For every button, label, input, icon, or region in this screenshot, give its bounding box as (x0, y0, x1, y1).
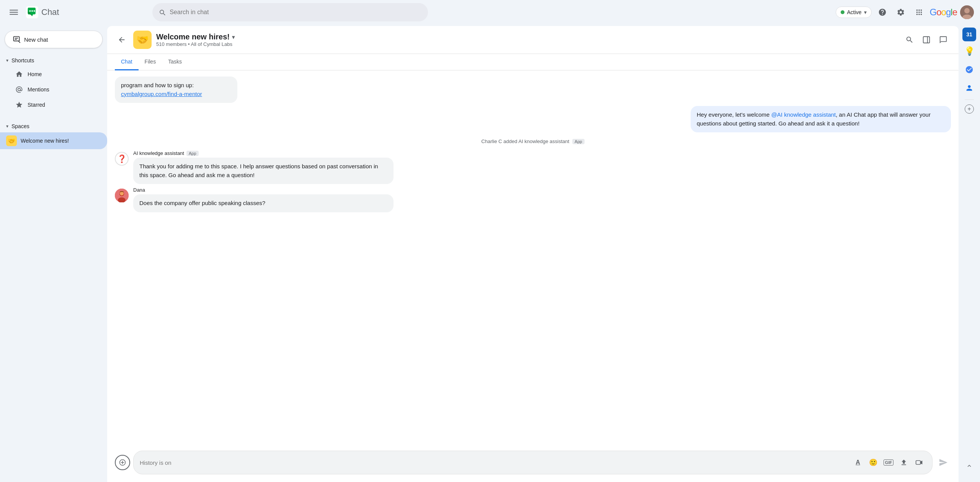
spaces-chevron-icon: ▾ (6, 124, 8, 129)
active-status[interactable]: Active ▾ (836, 7, 871, 18)
dana-message-content: Dana Does the company offer public speak… (133, 187, 951, 212)
title-chevron-icon: ▾ (232, 34, 235, 40)
tab-chat[interactable]: Chat (115, 54, 139, 70)
svg-rect-13 (923, 37, 930, 43)
people-panel-icon[interactable] (961, 80, 978, 96)
calendar-panel-icon[interactable]: 31 (962, 28, 976, 41)
right-panel-divider (965, 99, 974, 100)
gif-button[interactable]: GIF (882, 456, 895, 469)
ai-avatar: ❓ (115, 152, 129, 166)
input-actions: A 🙂 GIF (851, 456, 926, 469)
sidebar-item-home[interactable]: Home (0, 67, 107, 82)
messages-area[interactable]: program and how to sign up: cymbalgroup.… (107, 70, 959, 446)
toggle-panel-button[interactable] (919, 32, 934, 47)
chat-header-meta: 510 members • All of Cymbal Labs (156, 41, 897, 47)
ai-message-bubble: Thank you for adding me to this space. I… (133, 158, 394, 184)
svg-rect-1 (10, 12, 18, 13)
tab-tasks[interactable]: Tasks (162, 54, 188, 70)
shortcuts-header[interactable]: ▾ Shortcuts (0, 54, 107, 67)
send-icon (939, 458, 948, 467)
space-emoji: 🤝 (6, 135, 17, 146)
svg-rect-0 (10, 10, 18, 11)
format-text-button[interactable]: A (851, 456, 865, 469)
apps-button[interactable] (911, 5, 927, 20)
upload-button[interactable] (897, 456, 911, 469)
chat-tabs: Chat Files Tasks (107, 54, 959, 70)
format-icon: A (856, 459, 860, 466)
back-button[interactable] (115, 33, 129, 47)
app-title: Chat (41, 7, 59, 17)
svg-point-8 (964, 8, 970, 13)
video-icon (915, 459, 923, 466)
new-chat-button[interactable]: New chat (5, 31, 103, 48)
chat-input-box[interactable]: A 🙂 GIF (133, 451, 933, 474)
search-input[interactable] (170, 9, 422, 16)
search-chat-button[interactable] (902, 32, 917, 47)
svg-rect-24 (916, 461, 921, 464)
system-message: Charlie C added AI knowledge assistant A… (115, 138, 951, 144)
topbar-right: Active ▾ Google (836, 5, 974, 20)
emoji-button[interactable]: 🙂 (866, 456, 880, 469)
starred-label: Starred (28, 102, 45, 108)
partial-message: program and how to sign up: cymbalgroup.… (115, 77, 237, 103)
sidebar-item-starred[interactable]: Starred (0, 97, 107, 112)
home-label: Home (28, 71, 42, 77)
keep-panel-icon[interactable]: 💡 (961, 43, 978, 60)
dana-message-row: Dana Does the company offer public speak… (115, 187, 951, 212)
tasks-panel-icon[interactable] (961, 61, 978, 78)
chat-header-title[interactable]: Welcome new hires! ▾ (156, 33, 897, 41)
dana-avatar (115, 189, 129, 202)
ai-app-badge: App (186, 151, 199, 156)
shortcuts-label: Shortcuts (11, 57, 34, 64)
upload-icon (900, 459, 908, 466)
spaces-section: ▾ Spaces 🤝 Welcome new hires! (0, 119, 107, 149)
spaces-label: Spaces (11, 123, 29, 129)
mentor-link[interactable]: cymbalgroup.com/find-a-mentor (121, 91, 202, 97)
help-button[interactable] (875, 5, 890, 20)
mentions-icon (15, 86, 23, 93)
chat-area: 🤝 Welcome new hires! ▾ 510 members • All… (107, 26, 959, 482)
main-layout: New chat ▾ Shortcuts Home Mentions Starr… (0, 24, 980, 482)
expand-panel-button[interactable] (961, 458, 978, 474)
threads-button[interactable] (936, 32, 951, 47)
home-icon (15, 70, 23, 78)
shortcuts-section: ▾ Shortcuts Home Mentions Starred (0, 54, 107, 112)
active-dot (841, 10, 844, 14)
dana-message-bubble: Does the company offer public speaking c… (133, 194, 394, 212)
add-content-button[interactable] (115, 455, 130, 470)
menu-button[interactable] (6, 5, 21, 20)
active-label: Active (847, 9, 861, 15)
user-avatar[interactable] (960, 5, 974, 19)
input-area: A 🙂 GIF (107, 446, 959, 482)
settings-button[interactable] (893, 5, 908, 20)
starred-icon (15, 101, 23, 109)
space-item-welcome[interactable]: 🤝 Welcome new hires! (0, 132, 107, 149)
search-icon (158, 8, 166, 16)
emoji-icon: 🙂 (869, 458, 877, 467)
mentions-label: Mentions (28, 86, 49, 93)
add-panel-button[interactable]: + (965, 104, 974, 114)
video-button[interactable] (912, 456, 926, 469)
ai-sender: AI knowledge assistant App (133, 150, 951, 156)
gif-icon: GIF (884, 459, 893, 466)
chat-header: 🤝 Welcome new hires! ▾ 510 members • All… (107, 26, 959, 54)
svg-point-20 (120, 192, 124, 195)
new-chat-icon (13, 36, 20, 43)
sidebar-item-mentions[interactable]: Mentions (0, 82, 107, 97)
chat-input-field[interactable] (140, 459, 848, 466)
tab-files[interactable]: Files (139, 54, 162, 70)
ai-message-content: AI knowledge assistant App Thank you for… (133, 150, 951, 184)
google-logo: Google (930, 7, 957, 18)
chat-header-info: Welcome new hires! ▾ 510 members • All o… (156, 33, 897, 47)
mention-link[interactable]: @AI knowledge assistant (771, 111, 836, 118)
dana-sender: Dana (133, 187, 951, 193)
svg-point-6 (34, 10, 35, 12)
chat-header-actions (902, 32, 951, 47)
svg-point-5 (31, 10, 33, 12)
system-app-badge: App (572, 139, 585, 144)
chevron-down-icon: ▾ (864, 9, 867, 15)
new-chat-label: New chat (24, 36, 48, 43)
search-bar[interactable] (152, 3, 428, 21)
spaces-header[interactable]: ▾ Spaces (0, 119, 107, 132)
send-button[interactable] (936, 455, 951, 470)
